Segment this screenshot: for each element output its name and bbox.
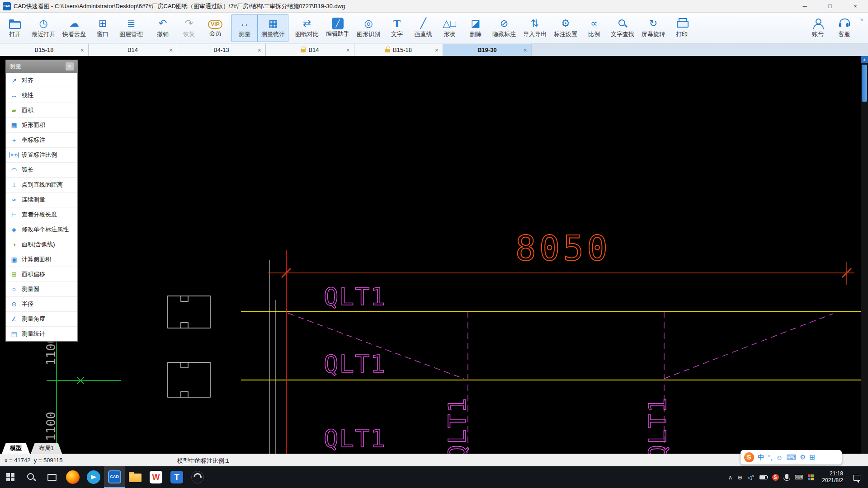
taskbar-app-firefox[interactable] — [62, 466, 83, 488]
toolbar-import-export-button[interactable]: ⇅ 导入导出 — [519, 14, 550, 42]
tab-close-icon[interactable]: × — [346, 47, 350, 54]
panel-item-segment-length[interactable]: ⊢ 查看分段长度 — [6, 207, 77, 222]
toolbar-shape-recognition-button[interactable]: ◎ 图形识别 — [353, 14, 384, 42]
doc-tab-locked[interactable]: B14 × — [266, 43, 354, 56]
taskbar-app-telegram[interactable] — [83, 466, 104, 488]
toolbar-scale-button[interactable]: ∝ 比例 — [581, 14, 607, 42]
sogou-logo-icon[interactable]: S — [744, 452, 754, 462]
toolbar-delete-button[interactable]: ◪ 删除 — [462, 14, 489, 42]
toolbar-recent-button[interactable]: ◷ 最近打开 — [28, 14, 59, 42]
tab-close-icon[interactable]: × — [169, 47, 173, 54]
start-button[interactable] — [0, 466, 21, 488]
taskbar-app-wps[interactable]: W — [146, 466, 166, 488]
toolbar-vip-button[interactable]: VIP 会员 — [202, 14, 228, 42]
panel-item-measure-stats[interactable]: ▤ 测量统计 — [6, 326, 77, 341]
toolbar-overflow-icon[interactable]: » — [857, 16, 866, 23]
tab-layout1[interactable]: 布局1 — [31, 443, 62, 454]
network-icon[interactable]: ⊕ — [737, 474, 742, 480]
toolbar-compare-button[interactable]: ⇄ 图纸对比 — [292, 14, 322, 42]
tab-model[interactable]: 模型 — [2, 443, 30, 454]
panel-item-linear[interactable]: ↔ 线性 — [6, 88, 77, 103]
ime-keyboard-icon[interactable]: ⌨ — [787, 453, 797, 461]
toolbar-redo-button[interactable]: ↷ 恢复 — [176, 14, 202, 42]
show-desktop-button[interactable] — [866, 466, 868, 488]
battery-icon[interactable] — [760, 475, 767, 479]
scrollbar-thumb[interactable] — [862, 65, 867, 102]
toolbar-layers-button[interactable]: ≣ 图层管理 — [116, 14, 146, 42]
mic-icon[interactable] — [785, 474, 788, 479]
colors-grid-icon[interactable] — [808, 474, 814, 480]
toolbar-measure-stats-button[interactable]: ▦ 测量统计 — [258, 14, 288, 42]
ime-emoji-icon[interactable]: ☺ — [776, 454, 783, 461]
tab-close-icon[interactable]: × — [435, 47, 439, 54]
minimize-button[interactable]: ─ — [792, 0, 817, 12]
account-icon — [812, 18, 823, 29]
panel-item-measure-angle[interactable]: ∠ 测量角度 — [6, 311, 77, 326]
tab-close-icon[interactable]: × — [80, 47, 84, 54]
action-center-button[interactable] — [848, 466, 866, 488]
ime-settings-icon[interactable]: ⚙ — [800, 453, 806, 461]
toolbar-print-button[interactable]: 打印 — [669, 14, 695, 42]
taskbar-app-file-explorer[interactable] — [125, 466, 146, 488]
doc-tab[interactable]: B15-18 × — [0, 43, 89, 56]
toolbar-cloud-button[interactable]: ☁ 快看云盘 — [59, 14, 90, 42]
task-view-button[interactable] — [42, 466, 62, 488]
doc-tab[interactable]: B14 × — [89, 43, 177, 56]
ime-toolbox-icon[interactable]: ⊞ — [810, 453, 816, 461]
doc-tab-locked[interactable]: B15-18 × — [354, 43, 443, 56]
toolbar-text-search-button[interactable]: 文字查找 — [607, 14, 638, 42]
toolbar-open-button[interactable]: 打开 — [2, 14, 28, 42]
toolbar-edit-assistant-button[interactable]: ╱ 编辑助手 — [322, 14, 353, 42]
panel-item-coordinate[interactable]: + 坐标标注 — [6, 132, 77, 147]
taskbar-search-button[interactable] — [21, 466, 42, 488]
toolbar-draw-line-button[interactable]: ╱ 画直线 — [410, 14, 436, 42]
maximize-button[interactable]: □ — [817, 0, 843, 12]
ime-mode-indicator[interactable]: 中 — [758, 453, 764, 462]
chevron-up-icon[interactable]: ∧ — [728, 474, 733, 480]
volume-muted-icon[interactable]: ◁× — [747, 474, 754, 480]
statusbar: x = 41742 y = 509115 模型中的标注比例:1 — [0, 454, 868, 466]
toolbar-account-button[interactable]: 账号 — [805, 14, 831, 42]
keyboard-icon[interactable]: ⌨ — [795, 474, 803, 480]
toolbar-screen-rotate-button[interactable]: ↻ 屏幕旋转 — [638, 14, 669, 42]
doc-tab-active[interactable]: B19-30 × — [443, 43, 532, 56]
tab-close-icon[interactable]: × — [524, 47, 527, 54]
close-button[interactable]: × — [843, 0, 868, 12]
panel-item-continuous[interactable]: ≈ 连续测量 — [6, 192, 77, 207]
vertical-scrollbar[interactable]: ▲ — [861, 56, 868, 454]
panel-item-modify-annotation[interactable]: ◈ 修改单个标注属性 — [6, 222, 77, 237]
panel-item-area[interactable]: ▰ 面积 — [6, 103, 77, 117]
toolbar-support-button[interactable]: 客服 — [831, 14, 857, 42]
panel-item-area-arc[interactable]: ◑ 面积(含弧线) — [6, 237, 77, 252]
taskbar-app-browser[interactable] — [187, 466, 208, 488]
panel-item-align[interactable]: ↗ 对齐 — [6, 73, 77, 88]
panel-item-measure-circle[interactable]: ○ 测量圆 — [6, 282, 77, 296]
doc-tab[interactable]: B4-13 × — [177, 43, 266, 56]
panel-close-icon[interactable]: × — [66, 62, 74, 70]
toolbar-undo-button[interactable]: ↶ 撤销 — [150, 14, 176, 42]
scroll-up-icon[interactable]: ▲ — [861, 56, 868, 63]
panel-item-side-area[interactable]: ▣ 计算侧面积 — [6, 252, 77, 267]
toolbar-measure-button[interactable]: ↔ 测量 — [231, 14, 258, 42]
toolbar-shapes-button[interactable]: △□ 形状 — [436, 14, 462, 42]
toolbar-text-button[interactable]: T 文字 — [384, 14, 410, 42]
toolbar-hide-annotations-button[interactable]: ⊘ 隐藏标注 — [489, 14, 519, 42]
panel-item-area-offset[interactable]: ⊞ 面积偏移 — [6, 267, 77, 282]
cloud-drive-icon: ☁ — [68, 17, 80, 30]
tab-close-icon[interactable]: × — [258, 47, 261, 54]
measure-panel-header[interactable]: 测量 × — [6, 60, 77, 73]
cad-canvas[interactable]: 1100 1100 8050 — [0, 56, 868, 454]
ime-punctuation-icon[interactable]: ”, — [768, 454, 772, 461]
taskbar-app-t[interactable]: T — [166, 466, 187, 488]
panel-item-point-to-line[interactable]: ⊥ 点到直线的距离 — [6, 177, 77, 192]
panel-item-annotation-scale[interactable]: A:B 设置标注比例 — [6, 147, 77, 162]
sogou-tray-icon[interactable]: S — [772, 474, 779, 481]
panel-item-arc-length[interactable]: ◠ 弧长 — [6, 162, 77, 177]
toolbar-annotation-settings-button[interactable]: ⚙ 标注设置 — [550, 14, 581, 42]
ime-toolbar[interactable]: S 中 ”, ☺ ⌨ ⚙ ⊞ — [741, 450, 842, 465]
taskbar-clock[interactable]: 21:18 2021/8/2 — [817, 470, 848, 484]
taskbar-app-cad-active[interactable]: CAD — [104, 466, 125, 488]
toolbar-window-button[interactable]: ⊞ 窗口 — [90, 14, 116, 42]
panel-item-rect-area[interactable]: ▦ 矩形面积 — [6, 117, 77, 132]
panel-item-radius[interactable]: ⊙ 半径 — [6, 296, 77, 311]
